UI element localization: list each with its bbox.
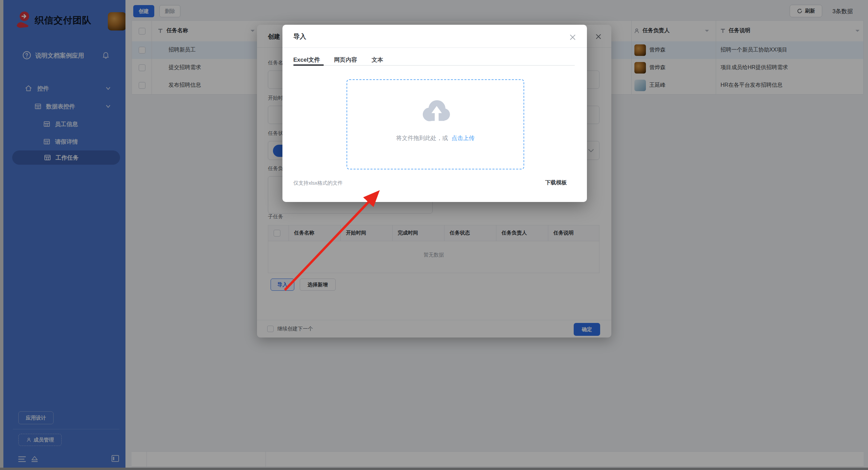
upload-dropzone[interactable]: 将文件拖到此处，或 点击上传 [347, 79, 524, 169]
import-modal: 导入 Excel文件 网页内容 文本 将 [282, 25, 587, 202]
format-note: 仅支持xlsx格式的文件 [293, 180, 343, 186]
tab-web-content[interactable]: 网页内容 [334, 56, 357, 64]
import-modal-title: 导入 [293, 32, 306, 41]
tab-label: 网页内容 [334, 57, 357, 63]
active-tab-underline [293, 64, 324, 66]
dropzone-text: 将文件拖到此处，或 点击上传 [347, 134, 524, 142]
tab-text[interactable]: 文本 [372, 56, 383, 64]
cloud-upload-icon [420, 98, 452, 126]
close-icon[interactable] [569, 34, 576, 41]
dropzone-hint: 将文件拖到此处，或 [396, 135, 448, 141]
modal-header-divider [282, 47, 587, 48]
app-window: 织信交付团队 说明文档案例应用 控件 数据表控件 [0, 0, 868, 470]
tab-label: Excel文件 [293, 57, 320, 63]
tab-label: 文本 [372, 57, 383, 63]
tab-track [293, 65, 575, 66]
tab-excel-file[interactable]: Excel文件 [293, 56, 320, 64]
download-template-link[interactable]: 下载模板 [545, 179, 567, 186]
upload-link[interactable]: 点击上传 [452, 135, 475, 141]
